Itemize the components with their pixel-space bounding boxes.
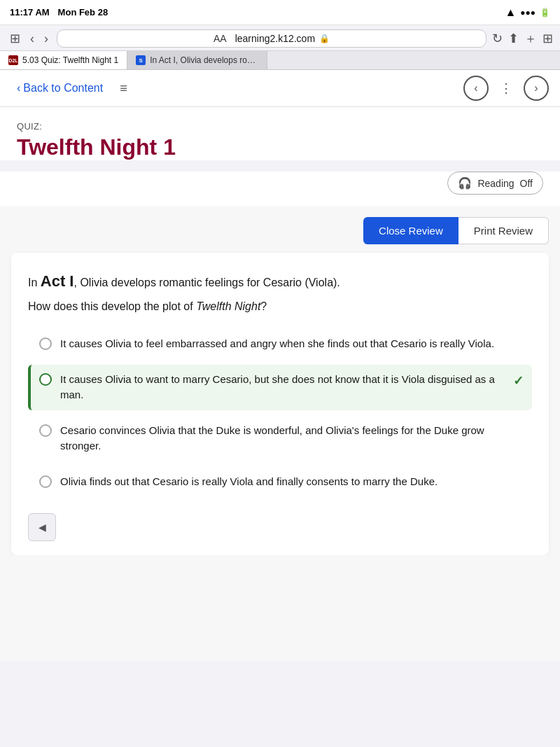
tab-quiz[interactable]: D2L 5.03 Quiz: Twelfth Night 1 [0, 51, 127, 69]
status-bar: 11:17 AM Mon Feb 28 ▲ ●●● 🔋 [0, 0, 560, 25]
share-button[interactable]: ⬆ [508, 31, 519, 46]
answer-option-b[interactable]: It causes Olivia to want to marry Cesari… [28, 365, 532, 410]
quiz-title: Twelfth Night 1 [17, 134, 543, 160]
back-button[interactable]: ‹ [27, 30, 37, 48]
quiz-outer: Close Review Print Review In Act I, Oliv… [0, 206, 560, 661]
page-content: QUIZ: Twelfth Night 1 [0, 107, 560, 160]
reading-label: Reading [477, 178, 514, 189]
status-bar-left: 11:17 AM Mon Feb 28 [10, 7, 108, 18]
forward-button[interactable]: › [41, 30, 51, 48]
lock-icon: 🔒 [319, 34, 330, 43]
back-to-content-button[interactable]: ‹ Back to Content [11, 79, 108, 97]
battery-icon: 🔋 [540, 8, 550, 18]
next-page-button[interactable]: › [524, 76, 549, 101]
prev-arrow-icon: ◀ [38, 522, 46, 533]
radio-c [39, 424, 52, 437]
prev-chevron-icon: ‹ [474, 82, 477, 95]
answer-text-a: It causes Olivia to feel embarrassed and… [60, 336, 524, 352]
aa-label: AA [214, 33, 227, 44]
tab-label-act1: In Act I, Olivia develops romantic feeli… [150, 55, 258, 65]
radio-d [39, 475, 52, 488]
tab-favicon-act1: S [136, 55, 146, 65]
sidebar-button[interactable]: ⊞ [7, 29, 23, 48]
answer-text-d: Olivia finds out that Cesario is really … [60, 474, 524, 490]
more-options-button[interactable]: ⋮ [494, 78, 518, 99]
address-bar[interactable]: AA learning2.k12.com 🔒 [57, 29, 486, 48]
answer-option-a[interactable]: It causes Olivia to feel embarrassed and… [28, 329, 532, 359]
radio-a [39, 337, 52, 350]
browser-chrome: ⊞ ‹ › AA learning2.k12.com 🔒 ↻ ⬆ ＋ ⊞ [0, 25, 560, 51]
question-text: In Act I, Olivia develops romantic feeli… [28, 270, 532, 293]
answer-option-c[interactable]: Cesario convinces Olivia that the Duke i… [28, 416, 532, 461]
new-tab-button[interactable]: ＋ [524, 30, 537, 47]
radio-b [39, 373, 52, 386]
nav-arrow-container: ◀ [28, 502, 532, 541]
wifi-icon: ▲ [505, 6, 516, 19]
refresh-button[interactable]: ↻ [492, 31, 503, 46]
url-text: learning2.k12.com [235, 33, 315, 44]
headphone-icon: 🎧 [458, 176, 472, 190]
signal-icon: ●●● [520, 8, 536, 18]
tab-favicon-quiz: D2L [8, 55, 18, 65]
question-subtext: How does this develop the plot of Twelft… [28, 298, 532, 315]
close-review-button[interactable]: Close Review [363, 217, 458, 244]
tab-bar: D2L 5.03 Quiz: Twelfth Night 1 S In Act … [0, 51, 560, 70]
checkmark-icon: ✓ [513, 373, 524, 389]
time: 11:17 AM [10, 7, 50, 18]
reading-toggle-container: 🎧 Reading Off [0, 172, 560, 206]
reading-toggle-button[interactable]: 🎧 Reading Off [447, 172, 543, 195]
question-card: In Act I, Olivia develops romantic feeli… [11, 253, 549, 555]
bottom-space [11, 555, 549, 597]
menu-button[interactable]: ≡ [114, 78, 133, 99]
browser-controls: ⊞ ‹ › [7, 29, 51, 48]
back-chevron-icon: ‹ [17, 82, 20, 95]
navigation-bar: ‹ Back to Content ≡ ‹ ⋮ › [0, 70, 560, 107]
answer-text-c: Cesario convinces Olivia that the Duke i… [60, 423, 524, 454]
print-review-button[interactable]: Print Review [458, 217, 549, 244]
tabs-button[interactable]: ⊞ [542, 31, 553, 46]
answer-text-b: It causes Olivia to want to marry Cesari… [60, 372, 505, 403]
tab-act1[interactable]: S In Act I, Olivia develops romantic fee… [127, 51, 267, 69]
review-buttons: Close Review Print Review [11, 206, 549, 253]
back-to-content-label: Back to Content [23, 82, 103, 95]
browser-actions: ↻ ⬆ ＋ ⊞ [492, 30, 553, 47]
date: Mon Feb 28 [58, 7, 108, 18]
answer-option-d[interactable]: Olivia finds out that Cesario is really … [28, 467, 532, 497]
tab-label-quiz: 5.03 Quiz: Twelfth Night 1 [22, 55, 118, 65]
reading-status: Off [520, 178, 533, 189]
quiz-label: QUIZ: [17, 121, 543, 132]
next-chevron-icon: › [534, 82, 538, 95]
prev-page-button[interactable]: ‹ [463, 76, 489, 101]
prev-question-button[interactable]: ◀ [28, 513, 56, 541]
status-bar-right: ▲ ●●● 🔋 [505, 6, 550, 19]
